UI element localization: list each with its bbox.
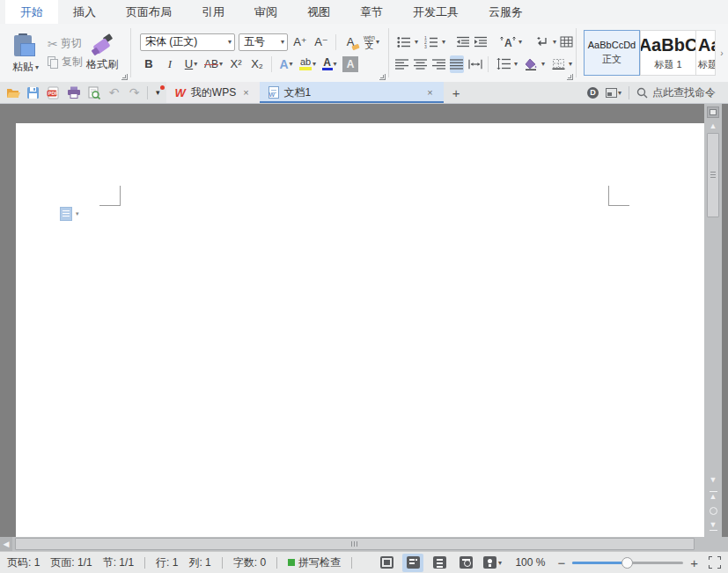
scroll-left-icon[interactable]: ◀ [0,537,12,551]
tab-document1[interactable]: W 文档1 × [260,82,444,103]
close-icon[interactable]: × [425,87,434,98]
navigation-tool-button[interactable]: ▾ [60,207,79,221]
text-tool-button[interactable]: A [498,33,518,51]
menu-tab-developer[interactable]: 开发工具 [398,0,474,24]
line-status[interactable]: 行: 1 [156,555,178,570]
window-layout-icon[interactable] [606,88,617,98]
chevron-down-icon[interactable]: ▾ [553,38,556,46]
zoom-slider[interactable] [572,562,683,564]
new-tab-button[interactable]: + [444,82,469,103]
text-effects-button[interactable]: A▾ [277,55,295,73]
shrink-font-button[interactable]: A⁻ [313,33,330,51]
scroll-up-icon[interactable]: ▲ [710,118,717,133]
document-page[interactable]: ▾ [16,123,704,537]
zoom-level[interactable]: 100 % [515,556,545,569]
style-heading2[interactable]: AaBbC 标题 2 [696,30,716,76]
section-status[interactable]: 节: 1/1 [103,555,134,570]
menu-tab-view[interactable]: 视图 [292,0,345,24]
word-count-status[interactable]: 字数: 0 [233,555,266,570]
column-status[interactable]: 列: 1 [188,555,210,570]
align-left-button[interactable] [394,55,409,73]
decrease-indent-button[interactable] [456,33,470,51]
chevron-down-icon[interactable]: ▾ [541,60,545,68]
page-number-status[interactable]: 页码: 1 [7,555,40,570]
print-icon[interactable] [66,85,81,100]
close-icon[interactable]: × [241,87,250,98]
print-preview-icon[interactable] [86,85,101,100]
horizontal-scroll-thumb[interactable] [15,538,695,550]
insert-table-button[interactable] [560,33,573,51]
chevron-down-icon[interactable]: ▾ [569,60,572,68]
menu-tab-section[interactable]: 章节 [345,0,398,24]
underline-button[interactable]: U▾ [182,55,200,73]
scroll-down-icon[interactable]: ▼ [710,476,717,484]
customize-toolbar-icon[interactable]: ▾ [153,88,163,97]
select-browse-object-button[interactable] [710,507,717,515]
pages-status[interactable]: 页面: 1/1 [50,555,92,570]
open-folder-icon[interactable] [5,85,20,100]
clipboard-dialog-launcher-icon[interactable] [121,74,128,80]
font-dialog-launcher-icon[interactable] [379,74,386,80]
font-color-button[interactable]: A ▾ [320,55,338,73]
vertical-scroll-thumb[interactable] [707,133,719,217]
previous-page-button[interactable]: ▲ [710,490,717,501]
fullscreen-view-button[interactable] [376,554,397,572]
save-icon[interactable] [26,85,40,100]
subscript-button[interactable]: X₂ [248,55,266,73]
menu-tab-page-layout[interactable]: 页面布局 [111,0,187,24]
distribute-text-button[interactable] [467,55,482,73]
menu-tab-insert[interactable]: 插入 [58,0,111,24]
paragraph-dialog-launcher-icon[interactable] [567,74,573,80]
find-command-box[interactable]: 点此查找命令 [636,85,723,100]
docer-icon[interactable]: D [587,87,599,99]
copy-button[interactable]: 复制 [48,55,83,70]
grow-font-button[interactable]: A⁺ [291,33,309,51]
page-view-button[interactable] [402,554,423,572]
justify-button[interactable] [450,55,465,73]
export-pdf-icon[interactable]: PDF [46,85,61,100]
zoom-in-button[interactable]: + [687,555,702,570]
tab-my-wps[interactable]: W 我的WPS × [166,82,260,103]
increase-indent-button[interactable] [474,33,488,51]
bullets-button[interactable] [394,33,414,51]
show-editing-marks-button[interactable] [533,33,552,51]
shading-button[interactable] [521,55,540,73]
eye-protect-button[interactable]: ▾ [482,554,503,572]
web-view-button[interactable] [455,554,476,572]
pinyin-guide-button[interactable]: wén文 ▾ [363,33,380,51]
clear-formatting-button[interactable]: A [342,33,359,51]
font-size-combo[interactable]: 五号▾ [239,33,288,51]
redo-icon[interactable]: ↷ [127,85,142,100]
zoom-slider-thumb[interactable] [621,557,633,569]
outline-view-button[interactable] [429,554,450,572]
next-page-button[interactable]: ▼ [710,521,717,532]
style-heading1[interactable]: AaBbC 标题 1 [640,30,696,76]
line-spacing-button[interactable] [494,55,513,73]
chevron-down-icon[interactable]: ▾ [442,38,445,46]
menu-tab-review[interactable]: 审阅 [239,0,292,24]
zoom-out-button[interactable]: − [554,555,569,570]
ruler-toggle-icon[interactable] [707,107,719,118]
italic-button[interactable]: I [161,55,179,73]
chevron-down-icon[interactable]: ▾ [415,38,418,46]
chevron-down-icon[interactable]: ▾ [518,38,522,46]
highlight-color-button[interactable]: ab ▾ [298,55,317,73]
superscript-button[interactable]: X² [227,55,245,73]
vertical-scrollbar[interactable]: ▲ ▼ ▲ ▼ [704,104,722,537]
align-center-button[interactable] [413,55,428,73]
cut-button[interactable]: ✂ 剪切 [48,36,83,51]
numbering-button[interactable]: 123 [422,33,441,51]
menu-tab-cloud[interactable]: 云服务 [474,0,538,24]
paste-button[interactable]: 粘贴▾ [7,32,44,75]
bold-button[interactable]: B [140,55,158,73]
spellcheck-status[interactable]: 拼写检查 [288,555,341,570]
menu-tab-home[interactable]: 开始 [5,0,58,24]
font-family-combo[interactable]: 宋体 (正文)▾ [140,33,235,51]
chevron-down-icon[interactable]: ▾ [514,60,518,68]
align-right-button[interactable] [431,55,446,73]
format-painter-button[interactable]: 格式刷 [83,33,121,72]
character-shading-button[interactable]: A [342,55,359,73]
menu-tab-references[interactable]: 引用 [187,0,239,24]
strikethrough-button[interactable]: AB▾ [203,55,224,73]
borders-button[interactable] [548,55,568,73]
